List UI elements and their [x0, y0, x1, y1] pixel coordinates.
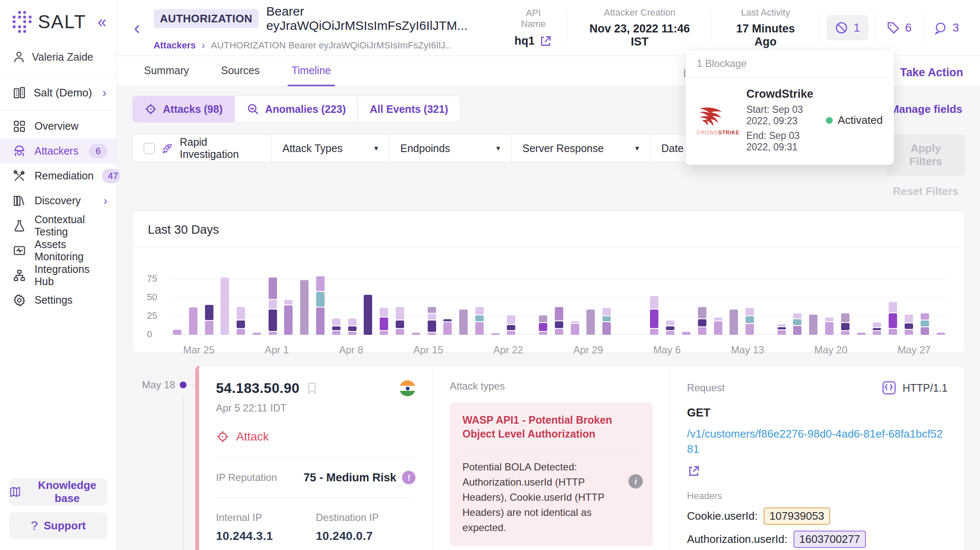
chart-bar[interactable] — [539, 315, 547, 335]
knowledge-base-button[interactable]: Knowledge base — [9, 478, 107, 505]
chart-bar[interactable] — [221, 278, 229, 335]
sidebar-collapse-icon[interactable]: « — [98, 14, 107, 30]
chart-bar[interactable] — [714, 318, 722, 335]
chart-bar[interactable] — [316, 276, 325, 335]
support-button[interactable]: ? Support — [9, 512, 107, 539]
block-icon — [835, 21, 848, 35]
rapid-investigation-filter[interactable]: Rapid Investigation — [133, 135, 272, 162]
back-button[interactable]: ‹ — [126, 19, 148, 37]
bar-segment — [237, 329, 245, 335]
sidebar-item-remediation[interactable]: Remediation 47 — [0, 163, 117, 188]
chart-bar[interactable] — [571, 321, 579, 335]
attack-types-dropdown[interactable]: Attack Types ▾ — [272, 135, 389, 162]
tab-timeline[interactable]: Timeline — [290, 64, 333, 86]
chart-bar[interactable] — [269, 278, 277, 335]
chart-bar[interactable] — [793, 313, 802, 335]
chart-bar[interactable] — [602, 308, 611, 335]
rapid-investigation-checkbox[interactable] — [144, 143, 155, 154]
breadcrumb-attackers[interactable]: Attackers — [154, 40, 196, 51]
apply-filters-button[interactable]: Apply Filters — [887, 134, 965, 176]
chart-bar[interactable] — [348, 318, 357, 335]
user-row[interactable]: Valeria Zaide — [0, 41, 117, 75]
endpoints-dropdown[interactable]: Endpoinds ▾ — [389, 135, 511, 162]
chart-bar[interactable] — [364, 295, 372, 335]
chart-bar[interactable] — [475, 307, 484, 335]
bookmark-icon[interactable] — [306, 382, 317, 395]
bar-segment — [857, 333, 865, 335]
attack-status: Attack — [216, 430, 415, 443]
chart-bar[interactable] — [380, 308, 388, 335]
chart-bar[interactable] — [825, 318, 834, 335]
blockages-counter[interactable]: 1 — [826, 15, 868, 40]
chart-bar[interactable] — [698, 307, 706, 335]
attack-types-column: Attack types WASP API1 - Potential Broke… — [432, 366, 670, 550]
sidebar-item-assets-monitoring[interactable]: Assets Monitoring — [0, 238, 117, 263]
chart-bar[interactable] — [428, 307, 436, 335]
comments-counter[interactable]: 3 — [923, 21, 970, 35]
pill-attacks[interactable]: Attacks (98) — [133, 96, 235, 122]
chart-bar[interactable] — [396, 307, 404, 335]
bar-segment — [666, 326, 674, 330]
blockage-status: Activated — [826, 114, 883, 127]
attack-event-card[interactable]: 54.183.50.90 Apr 5 22:11 IDT Attack IP R… — [195, 366, 965, 550]
chart-bar[interactable] — [253, 333, 261, 335]
tags-counter[interactable]: 6 — [876, 21, 923, 35]
chart-bar[interactable] — [555, 307, 563, 335]
chart-bar[interactable] — [666, 320, 674, 335]
chart-bar[interactable] — [459, 310, 468, 335]
chart-bar[interactable] — [205, 305, 213, 335]
chart-bar[interactable] — [921, 313, 929, 335]
chart-bar[interactable] — [586, 310, 595, 335]
request-url[interactable]: /v1/customers/f86e2276-98d0-4ad6-81ef-68… — [687, 426, 948, 457]
chart-bar[interactable] — [778, 324, 786, 335]
chart-bar[interactable] — [937, 333, 945, 335]
sidebar-item-settings[interactable]: Settings — [0, 288, 117, 312]
sidebar-item-integrations-hub[interactable]: Integrations Hub — [0, 263, 117, 288]
chart-bar[interactable] — [412, 333, 420, 335]
reset-filters-button[interactable]: Reset Filters — [893, 185, 959, 198]
chart-bar[interactable] — [889, 302, 897, 335]
rocket-icon — [162, 142, 173, 155]
risk-exclamation-icon: ! — [402, 471, 415, 484]
attack-status-label: Attack — [236, 430, 269, 443]
chart-bar[interactable] — [332, 318, 341, 335]
chart-bar[interactable] — [491, 333, 500, 335]
external-link-icon[interactable] — [539, 35, 552, 48]
page-title: Bearer eyJraWQiOiJrMSIsImFsZyI6IlJTM... — [266, 4, 499, 33]
attack-type-card[interactable]: WASP API1 - Potential Broken Object Leve… — [450, 402, 653, 546]
sidebar-item-label: Contextual Testing — [35, 214, 107, 238]
chart-bar[interactable] — [857, 333, 865, 335]
bar-segment — [348, 326, 357, 331]
workspace-switcher[interactable]: Salt (Demo) › — [0, 75, 117, 110]
bar-segment — [825, 322, 834, 335]
chart-bar[interactable] — [284, 300, 293, 335]
chart-bar[interactable] — [189, 307, 197, 335]
chart-bar[interactable] — [507, 315, 515, 335]
sidebar-item-contextual-testing[interactable]: Contextual Testing — [0, 213, 117, 238]
info-icon[interactable]: i — [628, 474, 643, 489]
chart-bar[interactable] — [237, 307, 245, 335]
chart-bar[interactable] — [443, 319, 452, 335]
chart-bar[interactable] — [809, 315, 818, 335]
chart-bar[interactable] — [873, 323, 881, 335]
pill-anomalies[interactable]: Anomalies (223) — [235, 96, 358, 122]
pill-all-events[interactable]: All Events (321) — [358, 96, 460, 122]
chart-bars[interactable] — [170, 247, 948, 335]
external-link-icon[interactable] — [687, 465, 700, 478]
chart-bar[interactable] — [841, 313, 850, 335]
server-response-dropdown[interactable]: Server Response ▾ — [511, 135, 650, 162]
chart-bar[interactable] — [173, 330, 181, 335]
tab-sources[interactable]: Sources — [219, 64, 261, 86]
tab-summary[interactable]: Summary — [142, 64, 191, 86]
bar-segment — [507, 315, 515, 324]
chart-bar[interactable] — [730, 310, 738, 335]
sidebar-item-overview[interactable]: Overview — [0, 114, 117, 139]
target-icon — [216, 430, 229, 443]
chart-bar[interactable] — [650, 296, 658, 335]
sidebar-item-discovery[interactable]: Discovery › — [0, 188, 117, 213]
chart-bar[interactable] — [682, 332, 690, 335]
chart-bar[interactable] — [746, 308, 754, 335]
sidebar-item-attackers[interactable]: Attackers 6 — [0, 139, 117, 163]
chart-bar[interactable] — [300, 280, 309, 335]
chart-bar[interactable] — [905, 315, 913, 335]
